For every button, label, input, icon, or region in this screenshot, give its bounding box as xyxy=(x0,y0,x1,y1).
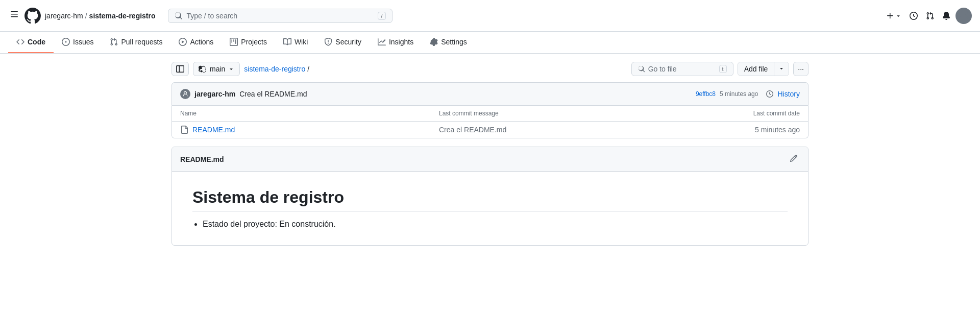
more-options-button[interactable]: ··· xyxy=(793,62,808,76)
goto-file-bar[interactable]: Go to file t xyxy=(631,62,733,76)
path-repo-link[interactable]: sistema-de-registro xyxy=(244,65,305,73)
nav-item-wiki[interactable]: Wiki xyxy=(275,32,316,53)
security-icon xyxy=(324,38,332,46)
commit-author-name[interactable]: jaregarc-hm xyxy=(194,90,235,98)
search-placeholder: Type / to search xyxy=(187,12,238,20)
nav-item-pull-requests[interactable]: Pull requests xyxy=(102,32,170,53)
hamburger-button[interactable] xyxy=(8,8,20,23)
readme-list: Estado del proyecto: En construción. xyxy=(203,220,788,229)
col-commit-msg-header: Last commit message xyxy=(439,110,698,117)
panel-icon xyxy=(176,65,184,73)
file-table-header: Name Last commit message Last commit dat… xyxy=(172,106,808,122)
notifications-button[interactable] xyxy=(939,9,953,23)
nav-item-security[interactable]: Security xyxy=(316,32,370,53)
list-item: Estado del proyecto: En construción. xyxy=(203,220,788,229)
breadcrumb-path: sistema-de-registro / xyxy=(244,65,309,73)
breadcrumb: jaregarc-hm / sistema-de-registro xyxy=(45,12,156,20)
file-table: Name Last commit message Last commit dat… xyxy=(172,106,808,138)
goto-file-search-icon xyxy=(638,65,645,73)
readme-heading: Sistema de registro xyxy=(192,188,788,211)
new-button[interactable] xyxy=(883,9,904,23)
breadcrumb-separator: / xyxy=(85,12,87,20)
activity-button[interactable] xyxy=(906,9,921,23)
col-date-header: Last commit date xyxy=(698,110,800,117)
search-bar[interactable]: Type / to search / xyxy=(168,9,393,23)
pull-request-nav-icon xyxy=(110,38,118,46)
file-commit-date: 5 minutes ago xyxy=(698,126,800,134)
nav-label-wiki: Wiki xyxy=(295,38,308,46)
commit-row: jaregarc-hm Crea el README.md 9effbc8 5 … xyxy=(172,82,808,106)
projects-icon xyxy=(230,38,238,46)
settings-icon xyxy=(430,38,438,46)
nav-label-insights: Insights xyxy=(389,38,413,46)
nav-item-projects[interactable]: Projects xyxy=(222,32,275,53)
nav-label-issues: Issues xyxy=(73,38,93,46)
actions-icon xyxy=(179,38,187,46)
top-nav: jaregarc-hm / sistema-de-registro Type /… xyxy=(0,0,980,32)
repo-nav: Code Issues Pull requests Actions Projec… xyxy=(0,32,980,54)
nav-item-actions[interactable]: Actions xyxy=(170,32,222,53)
file-name-cell: README.md xyxy=(180,126,439,134)
goto-file-kbd: t xyxy=(719,65,727,73)
readme-edit-button[interactable] xyxy=(788,152,800,166)
goto-file-label: Go to file xyxy=(648,65,677,73)
panel-toggle-button[interactable] xyxy=(172,62,189,76)
add-file-button-group: Add file xyxy=(738,62,790,76)
pencil-icon xyxy=(790,154,798,162)
commit-hash-link[interactable]: 9effbc8 xyxy=(696,90,716,98)
history-clock-icon xyxy=(766,90,773,98)
nav-label-code: Code xyxy=(28,38,45,46)
breadcrumb-user[interactable]: jaregarc-hm xyxy=(45,12,83,20)
file-commit-message: Crea el README.md xyxy=(439,126,698,134)
nav-label-security: Security xyxy=(335,38,361,46)
nav-label-actions: Actions xyxy=(190,38,213,46)
github-logo xyxy=(24,8,41,24)
commit-time-ago: 5 minutes ago xyxy=(720,90,758,98)
add-file-chevron-icon xyxy=(778,65,785,71)
file-name-link[interactable]: README.md xyxy=(192,126,235,134)
nav-item-issues[interactable]: Issues xyxy=(54,32,102,53)
add-file-chevron-button[interactable] xyxy=(774,62,789,76)
file-icon xyxy=(180,126,188,134)
nav-item-insights[interactable]: Insights xyxy=(370,32,422,53)
readme-section: README.md Sistema de registro Estado del… xyxy=(172,147,808,246)
search-kbd: / xyxy=(378,12,385,20)
history-button[interactable]: History xyxy=(777,90,800,98)
insights-icon xyxy=(378,38,386,46)
branch-chevron-icon xyxy=(228,66,234,72)
pull-request-icon-button[interactable] xyxy=(923,9,937,23)
readme-title: README.md xyxy=(180,155,224,163)
search-icon xyxy=(175,12,183,20)
nav-item-code[interactable]: Code xyxy=(8,32,54,53)
branch-name: main xyxy=(210,65,225,73)
path-separator: / xyxy=(307,65,309,73)
avatar[interactable] xyxy=(955,8,972,24)
nav-label-pull-requests: Pull requests xyxy=(121,38,162,46)
branch-row: main sistema-de-registro / Go to file t … xyxy=(172,62,808,76)
main-content: main sistema-de-registro / Go to file t … xyxy=(163,54,817,246)
readme-content: Sistema de registro Estado del proyecto:… xyxy=(172,172,808,245)
commit-author-avatar xyxy=(180,89,190,99)
chevron-down-icon xyxy=(895,13,901,19)
add-file-main-button[interactable]: Add file xyxy=(738,62,774,76)
nav-item-settings[interactable]: Settings xyxy=(422,32,475,53)
breadcrumb-repo: sistema-de-registro xyxy=(89,12,156,20)
nav-label-projects: Projects xyxy=(241,38,267,46)
branch-icon xyxy=(199,65,207,73)
commit-message-text: Crea el README.md xyxy=(239,90,307,98)
code-icon xyxy=(16,38,24,46)
branch-selector[interactable]: main xyxy=(193,62,240,76)
issues-icon xyxy=(62,38,70,46)
wiki-icon xyxy=(283,38,291,46)
table-row: README.md Crea el README.md 5 minutes ag… xyxy=(172,122,808,138)
readme-header: README.md xyxy=(172,147,808,172)
col-name-header: Name xyxy=(180,110,439,117)
nav-label-settings: Settings xyxy=(441,38,467,46)
